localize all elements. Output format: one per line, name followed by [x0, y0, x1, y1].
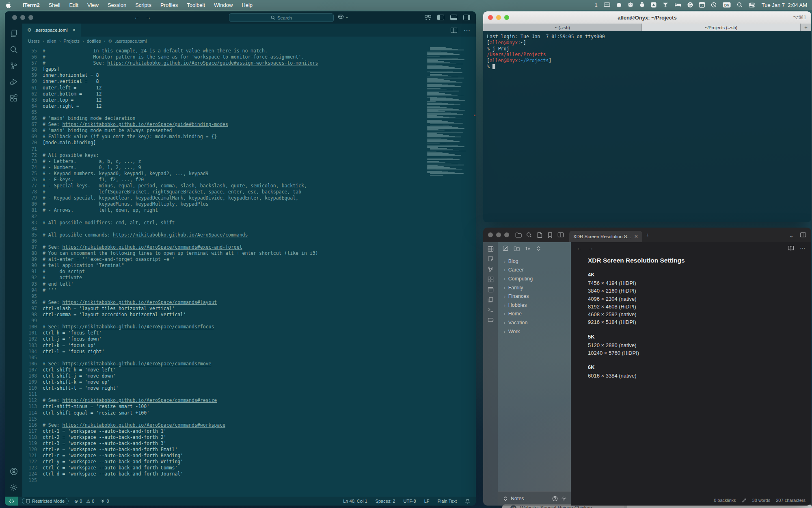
code-line[interactable]: # - Keypad special. keypadClear, keypadD… — [43, 195, 476, 201]
settings-gear-icon[interactable] — [9, 483, 19, 493]
menu-item-window[interactable]: Window — [209, 2, 237, 8]
apple-menu[interactable] — [6, 2, 11, 8]
folder-item-computing[interactable]: ›Computing — [498, 274, 571, 283]
code-line[interactable]: ctrl-1 = 'workspace --auto-back-and-fort… — [43, 428, 476, 434]
search-icon[interactable] — [9, 45, 19, 54]
code-line[interactable]: # See: https://nikitabobko.github.io/Aer… — [43, 324, 476, 330]
code-line[interactable]: # All possible commands: https://nikitab… — [43, 232, 476, 238]
code-line[interactable]: # 'main' binding mode must be always pre… — [43, 128, 476, 134]
code-line[interactable]: ctrl-c = 'workspace --auto-back-and-fort… — [43, 465, 476, 471]
menu-item-shell[interactable]: Shell — [44, 2, 65, 8]
terminal-output[interactable]: Last login: Tue Jan 7 01:59:05 on ttys00… — [483, 31, 811, 222]
history-icon[interactable] — [711, 2, 717, 8]
toggle-right-sidebar-icon[interactable] — [800, 232, 806, 238]
vault-switcher[interactable]: Notes — [498, 491, 571, 506]
code-line[interactable] — [43, 355, 476, 361]
calendar-icon[interactable]: 7 — [699, 2, 705, 8]
ports-indicator[interactable]: 0 — [100, 499, 109, 504]
zoom-button[interactable] — [504, 15, 509, 20]
search-icon[interactable] — [524, 230, 534, 240]
code-line[interactable]: ctrl-shift-l = 'move right' — [43, 385, 476, 391]
folder-item-family[interactable]: ›Family — [498, 283, 571, 292]
code-line[interactable]: # See: https://nikitabobko.github.io/Aer… — [43, 60, 476, 66]
explorer-icon[interactable] — [9, 28, 19, 38]
obsidian-title-bar[interactable]: XDR Screen Resolution S... ✕ + ⌄ — [483, 228, 811, 242]
control-center-icon[interactable] — [749, 2, 755, 8]
code-line[interactable]: ctrl-comma = 'layout accordion horizonta… — [43, 312, 476, 318]
menu-item-session[interactable]: Session — [103, 2, 131, 8]
word-count[interactable]: 30 words — [752, 498, 771, 503]
code-line[interactable]: ctrl-slash = 'layout tiles horizontal ve… — [43, 306, 476, 312]
note-icon[interactable] — [486, 256, 495, 262]
spotlight-search-icon[interactable] — [737, 2, 743, 8]
eol-sequence[interactable]: LF — [424, 499, 430, 504]
menu-item-view[interactable]: View — [83, 2, 103, 8]
code-line[interactable]: ctrl-k = 'focus up' — [43, 343, 476, 349]
code-line[interactable]: ctrl-shift-equal = 'resize smart +100' — [43, 410, 476, 416]
encoding[interactable]: UTF-8 — [403, 499, 416, 504]
breadcrumb-item[interactable]: Users — [28, 39, 40, 43]
code-line[interactable]: # leftSquareBracket, rightSquareBracket,… — [43, 189, 476, 195]
vault-folder-icon[interactable] — [513, 230, 524, 240]
code-line[interactable] — [43, 226, 476, 232]
code-line[interactable]: # tell application "Terminal" — [43, 263, 476, 269]
code-line[interactable]: outer.left = 12 — [43, 85, 476, 91]
code-line[interactable]: [gaps] — [43, 66, 476, 72]
new-folder-icon[interactable] — [514, 246, 520, 251]
bookmark-icon[interactable] — [545, 230, 555, 240]
terminal-icon[interactable] — [486, 306, 495, 313]
code-line[interactable]: ctrl-3 = 'workspace --auto-back-and-fort… — [43, 441, 476, 447]
code-link[interactable]: https://nikitabobko.github.io/AeroSpace/… — [62, 122, 228, 127]
graph-icon[interactable] — [486, 266, 495, 272]
code-line[interactable]: ctrl-y = 'workspace --auto-back-and-fort… — [43, 459, 476, 465]
menu-item-scripts[interactable]: Scripts — [131, 2, 156, 8]
code-line[interactable] — [43, 318, 476, 324]
menu-item-iterm2[interactable]: iTerm2 — [18, 2, 44, 8]
code-line[interactable]: ctrl-l = 'focus right' — [43, 349, 476, 355]
canvas-icon[interactable] — [486, 276, 495, 282]
grammarly-icon[interactable] — [687, 2, 693, 8]
tab-list-chevron-icon[interactable]: ⌄ — [789, 231, 794, 239]
close-tab-icon[interactable]: ✕ — [634, 234, 638, 239]
code-line[interactable]: # See: https://nikitabobko.github.io/Aer… — [43, 422, 476, 428]
code-line[interactable] — [43, 478, 476, 484]
code-line[interactable]: # ''' — [43, 287, 476, 293]
code-link[interactable]: https://nikitabobko.github.io/AeroSpace/… — [62, 244, 242, 250]
folder-item-vacation[interactable]: ›Vacation — [498, 318, 571, 327]
code-line[interactable]: # - F-keys. f1, f2, ..., f20 — [43, 177, 476, 183]
bed-icon[interactable] — [674, 2, 681, 7]
edit-pencil-icon[interactable] — [742, 498, 747, 503]
menu-item-toolbelt[interactable]: Toolbelt — [182, 2, 209, 8]
table-icon[interactable] — [486, 245, 495, 252]
code-line[interactable]: # All possible keys: — [43, 152, 476, 158]
code-line[interactable]: [mode.main.binding] — [43, 140, 476, 146]
code-line[interactable]: ctrl-j = 'focus down' — [43, 336, 476, 342]
settings-gear-icon[interactable] — [561, 496, 567, 501]
vscode-title-bar[interactable]: ← → Search ⌄ — [5, 11, 476, 24]
folder-item-work[interactable]: ›Work — [498, 327, 571, 336]
code-line[interactable]: ctrl-r = 'workspace --auto-back-and-fort… — [43, 453, 476, 459]
zoom-button[interactable] — [504, 232, 509, 237]
source-control-icon[interactable] — [9, 61, 19, 71]
iterm-title-bar[interactable]: allen@Onyx: ~/Projects ⌥⌘1 — [483, 11, 811, 24]
character-count[interactable]: 207 characters — [776, 498, 806, 503]
code-line[interactable]: outer.top = 12 — [43, 97, 476, 103]
code-line[interactable]: # - Keypad numbers. keypad0, keypad1, ke… — [43, 171, 476, 177]
command-center-search[interactable]: Search — [229, 13, 334, 22]
menu-bar-clock[interactable]: Tue Jan 7 2:04 AM — [762, 2, 807, 8]
code-line[interactable]: ctrl-e = 'workspace --auto-back-and-fort… — [43, 447, 476, 453]
code-link[interactable]: https://nikitabobko.github.io/AeroSpace/… — [62, 300, 217, 305]
lock-icon[interactable] — [639, 2, 645, 8]
close-button[interactable] — [12, 15, 17, 20]
toggle-panel-icon[interactable] — [450, 15, 457, 20]
run-debug-icon[interactable] — [9, 77, 19, 87]
code-line[interactable]: inner.vertical = 8 — [43, 78, 476, 85]
new-tab-icon[interactable]: + — [801, 24, 811, 31]
forward-button[interactable]: → — [145, 14, 151, 20]
code-line[interactable]: ctrl-h = 'focus left' — [43, 330, 476, 336]
editor-area[interactable]: 55 56 57 58 59 60 61 62 63 64 65 66 67 6… — [22, 46, 476, 497]
folder-item-blog[interactable]: ›Blog — [498, 257, 571, 266]
warp-icon[interactable] — [651, 2, 657, 8]
folder-item-career[interactable]: ›Career — [498, 266, 571, 275]
code-line[interactable] — [43, 146, 476, 152]
